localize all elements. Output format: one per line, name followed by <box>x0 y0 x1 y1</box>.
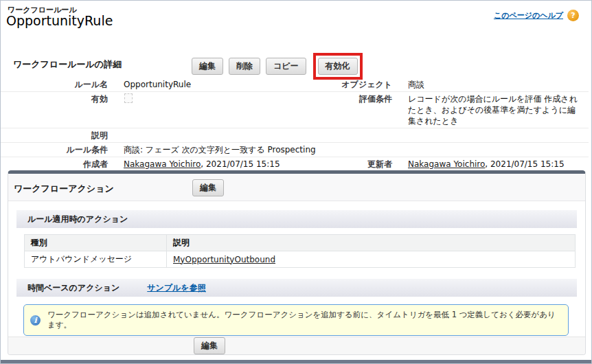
clone-button[interactable]: コピー <box>266 58 306 75</box>
help-area: このページのヘルプ ? <box>494 10 579 21</box>
page-help-link[interactable]: このページのヘルプ <box>494 10 563 21</box>
time-actions-subheader: 時間ベースのアクション サンプルを参照 <box>16 279 577 297</box>
created-by-user-link[interactable]: Nakagawa Yoichiro <box>124 159 201 169</box>
detail-row: ルール条件 商談: フェーズ 次の文字列と一致する Prospecting <box>1 143 589 157</box>
detail-field-grid: ルール名 OpportunityRule オブジェクト 商談 有効 評価条件 レ… <box>1 78 589 171</box>
detail-row: 作成者 Nakagawa Yoichiro, 2021/07/15 15:15 … <box>1 157 589 171</box>
active-checkbox[interactable] <box>124 93 133 103</box>
workflow-rule-detail-page: ワークフロールール OpportunityRule このページのヘルプ ? ワー… <box>0 0 592 364</box>
info-message-box: i ワークフローアクションは追加されていません。ワークフローアクションを追加する… <box>23 304 569 336</box>
rule-actions-title: ルール適用時のアクション <box>27 214 128 225</box>
info-icon: i <box>30 315 41 326</box>
description-column-header: 説明 <box>167 235 576 251</box>
object-value: 商談 <box>400 79 589 90</box>
page-title: OpportunityRule <box>6 13 113 28</box>
info-message-text: ワークフローアクションは追加されていません。ワークフローアクションを追加する前に… <box>47 310 562 330</box>
created-date: , 2021/07/15 15:15 <box>201 159 280 169</box>
help-question-icon[interactable]: ? <box>567 10 579 21</box>
edit-button[interactable]: 編集 <box>192 58 223 75</box>
modified-by-user-link[interactable]: Nakagawa Yoichiro <box>408 159 485 169</box>
modified-date: , 2021/07/15 15:15 <box>485 159 564 169</box>
detail-row: 有効 評価条件 レコードが次の場合にルールを評価 作成されたとき、およびその後基… <box>1 92 589 128</box>
workflow-actions-section: ワークフローアクション 編集 ルール適用時のアクション 種別 説明 アウトバウン… <box>8 170 586 355</box>
delete-button[interactable]: 削除 <box>229 58 260 75</box>
active-label: 有効 <box>1 93 115 126</box>
action-description-cell: MyOpportunityOutbound <box>167 251 576 268</box>
rule-actions-subheader: ルール適用時のアクション <box>16 210 577 228</box>
table-header-row: 種別 説明 <box>25 235 576 251</box>
detail-row: ルール名 OpportunityRule オブジェクト 商談 <box>1 78 589 92</box>
workflow-actions-header: ワークフローアクション 編集 <box>8 174 585 201</box>
outbound-message-link[interactable]: MyOpportunityOutbound <box>173 255 275 264</box>
rule-name-label: ルール名 <box>1 79 115 90</box>
type-column-header: 種別 <box>25 235 167 251</box>
description-value <box>115 130 295 141</box>
bottom-edit-button[interactable]: 編集 <box>194 337 225 354</box>
see-sample-link[interactable]: サンプルを参照 <box>147 282 205 294</box>
page-bottom-border <box>1 360 591 363</box>
rule-criteria-label: ルール条件 <box>1 144 115 155</box>
time-actions-title: 時間ベースのアクション <box>27 282 119 294</box>
evaluation-criteria-label: 評価条件 <box>295 93 400 126</box>
workflow-actions-title: ワークフローアクション <box>14 183 114 195</box>
object-label: オブジェクト <box>295 79 400 90</box>
created-by-value: Nakagawa Yoichiro, 2021/07/15 15:15 <box>115 159 295 170</box>
rule-criteria-value: 商談: フェーズ 次の文字列と一致する Prospecting <box>115 144 589 155</box>
table-row: アウトバウンドメッセージ MyOpportunityOutbound <box>25 251 576 268</box>
workflow-actions-body: ルール適用時のアクション 種別 説明 アウトバウンドメッセージ MyOpport… <box>8 210 585 336</box>
red-highlight-annotation: 有効化 <box>313 53 363 80</box>
created-by-label: 作成者 <box>1 159 115 170</box>
modified-by-value: Nakagawa Yoichiro, 2021/07/15 15:15 <box>400 159 589 170</box>
action-type-cell: アウトバウンドメッセージ <box>25 251 167 268</box>
activate-button[interactable]: 有効化 <box>318 58 358 75</box>
evaluation-criteria-value: レコードが次の場合にルールを評価 作成されたとき、およびその後基準を満たすように… <box>400 93 589 126</box>
detail-section-title: ワークフロールールの詳細 <box>13 58 122 71</box>
workflow-actions-footer: 編集 <box>8 337 585 354</box>
detail-button-row: 編集 削除 コピー 有効化 <box>192 52 363 80</box>
workflow-actions-edit-button[interactable]: 編集 <box>192 179 224 196</box>
rule-actions-table: 種別 説明 アウトバウンドメッセージ MyOpportunityOutbound <box>24 234 576 268</box>
modified-by-label: 更新者 <box>295 159 400 170</box>
detail-row: 説明 <box>1 128 589 143</box>
rule-name-value: OpportunityRule <box>115 79 295 90</box>
description-label: 説明 <box>1 130 115 141</box>
